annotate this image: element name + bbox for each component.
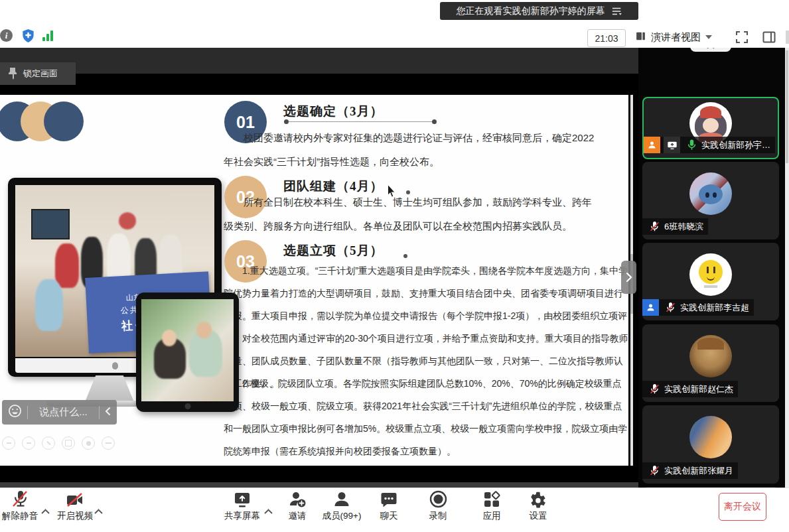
avatar <box>689 172 732 215</box>
settings-button[interactable]: 设置 <box>518 488 558 522</box>
avatar <box>689 416 732 458</box>
list-menu-icon[interactable] <box>612 7 622 16</box>
shared-screen-stage: 锁定画面 <box>0 48 638 488</box>
avatar <box>689 335 732 377</box>
host-badge-icon <box>644 137 660 153</box>
apps-icon <box>483 488 500 508</box>
participant-name: 实践创新部赵仁杰 <box>664 383 733 395</box>
invite-icon <box>289 488 307 508</box>
annot-tool-icon <box>42 436 55 450</box>
mouse-cursor <box>387 184 397 201</box>
pin-icon <box>8 68 17 80</box>
chat-button[interactable]: 聊天 <box>369 488 409 522</box>
decor-circle-navy2 <box>44 101 84 141</box>
participant-name-bar: 实践创新部孙宇… <box>644 137 775 153</box>
bottom-toolbar: 解除静音 开启视频 共享屏幕 邀请 <box>0 488 789 532</box>
tablet-home-button <box>184 403 190 409</box>
share-banner-text: 您正在观看实践创新部孙宇婷的屏幕 <box>457 5 605 17</box>
participant-name-bar: 实践创新部张耀月 <box>642 462 738 479</box>
tablet-photo-graphic <box>136 293 239 412</box>
camera-off-icon <box>66 488 84 508</box>
leave-meeting-button[interactable]: 离开会议 <box>719 493 766 521</box>
invite-button[interactable]: 邀请 <box>277 488 317 522</box>
participant-tile[interactable]: 实践创新部赵仁杰 <box>642 324 779 402</box>
video-options-chevron[interactable] <box>94 505 103 517</box>
screen-sharing-badge-icon <box>664 137 680 153</box>
annot-tool-icon <box>82 436 95 450</box>
mic-muted-icon <box>648 383 661 396</box>
annot-tool-icon <box>102 436 115 450</box>
shield-protect-icon[interactable] <box>21 28 36 44</box>
meeting-window: i 21:03 演讲者视图 您正在观看实践创新部孙宇婷的屏幕 <box>0 0 789 532</box>
section-01-title: 选题确定（3月） <box>283 103 384 120</box>
stage-top-strip <box>0 48 638 74</box>
participant-name: 6班韩晓滨 <box>664 221 703 233</box>
mic-muted-icon <box>664 301 677 314</box>
meeting-timer: 21:03 <box>587 29 626 47</box>
section-03-title: 选题立项（5月） <box>283 242 384 259</box>
annotation-tools-row <box>2 436 115 450</box>
chat-quick-input[interactable]: 说点什么... <box>33 406 94 419</box>
fullscreen-icon[interactable] <box>734 29 750 48</box>
annot-tool-icon <box>22 436 35 450</box>
unmute-button[interactable]: 解除静音 <box>0 488 40 522</box>
apps-button[interactable]: 应用 <box>472 488 512 522</box>
settings-icon <box>530 488 547 508</box>
chat-icon <box>380 488 397 508</box>
members-icon <box>333 488 350 508</box>
lock-view-button[interactable]: 锁定画面 <box>0 62 76 85</box>
participant-name-bar: 实践创新部李吉超 <box>642 299 754 316</box>
members-button[interactable]: 成员(99+) <box>319 488 365 522</box>
sidebar-scrollbar[interactable] <box>785 48 789 488</box>
sidebar-collapse-handle[interactable] <box>621 261 636 294</box>
chevron-down-icon <box>705 35 712 39</box>
view-mode-dropdown[interactable]: 演讲者视图 <box>635 28 712 46</box>
participant-name-bar: 6班韩晓滨 <box>642 218 708 235</box>
share-screen-icon <box>234 488 251 508</box>
section-03-body-2: 2.校级、院级团队立项。各学院按照实际组建团队总数10%、20%、70%的比例确… <box>224 372 628 462</box>
network-signal-icon[interactable] <box>42 29 53 41</box>
record-icon <box>429 488 447 508</box>
participants-sidebar: 实践创新部孙宇… 6班韩晓滨 <box>638 48 789 488</box>
participant-name: 实践创新部孙宇… <box>701 139 770 151</box>
participant-tile[interactable]: 6班韩晓滨 <box>642 162 779 239</box>
participant-tile[interactable]: 实践创新部张耀月 <box>642 405 779 484</box>
participant-name-bar: 实践创新部赵仁杰 <box>642 381 738 397</box>
topbar: i 21:03 演讲者视图 <box>0 0 789 48</box>
section-01-rule <box>285 121 435 122</box>
collapse-chat-icon[interactable] <box>105 407 111 419</box>
mic-muted-icon <box>11 488 29 508</box>
cropped-edge-icon <box>786 31 789 44</box>
mic-on-icon <box>685 139 698 152</box>
apple-logo <box>112 362 118 369</box>
mic-muted-icon <box>648 220 661 233</box>
mic-options-chevron[interactable] <box>41 505 50 517</box>
section-01-body: 校团委邀请校内外专家对征集的选题进行论证与评估，经审核同意后，确定2022年社会… <box>224 126 599 174</box>
annot-tool-icon <box>2 436 15 450</box>
start-video-button[interactable]: 开启视频 <box>55 488 95 522</box>
record-button[interactable]: 录制 <box>418 488 458 522</box>
emoji-smiley-icon[interactable] <box>8 404 22 421</box>
share-options-chevron[interactable] <box>264 505 273 517</box>
presenter-taskbar-strip <box>0 482 638 488</box>
member-badge-icon <box>642 299 659 316</box>
meeting-main-area: 锁定画面 <box>0 48 789 488</box>
mic-muted-icon <box>648 464 661 478</box>
quick-chat-bar: 说点什么... <box>2 400 117 425</box>
participant-name: 实践创新部李吉超 <box>680 302 749 314</box>
view-mode-label: 演讲者视图 <box>651 31 701 44</box>
side-panel-icon[interactable] <box>761 29 777 48</box>
section-02-body: 所有全日制在校本科生、硕士生、博士生均可组队参加，鼓励跨学科专业、跨年级类别、跨… <box>224 190 599 238</box>
participant-name: 实践创新部张耀月 <box>664 465 733 477</box>
participant-tile[interactable]: 实践创新部李吉超 <box>642 243 779 320</box>
layout-view-icon <box>635 31 646 44</box>
avatar <box>689 253 732 296</box>
imac-stand <box>85 375 134 402</box>
section-03-dot <box>403 254 407 258</box>
participant-tile[interactable]: 实践创新部孙宇… <box>642 97 779 159</box>
info-icon[interactable]: i <box>0 29 13 42</box>
share-banner: 您正在观看实践创新部孙宇婷的屏幕 <box>440 2 638 20</box>
share-screen-button[interactable]: 共享屏幕 <box>222 488 262 522</box>
annot-tool-icon <box>62 436 75 450</box>
